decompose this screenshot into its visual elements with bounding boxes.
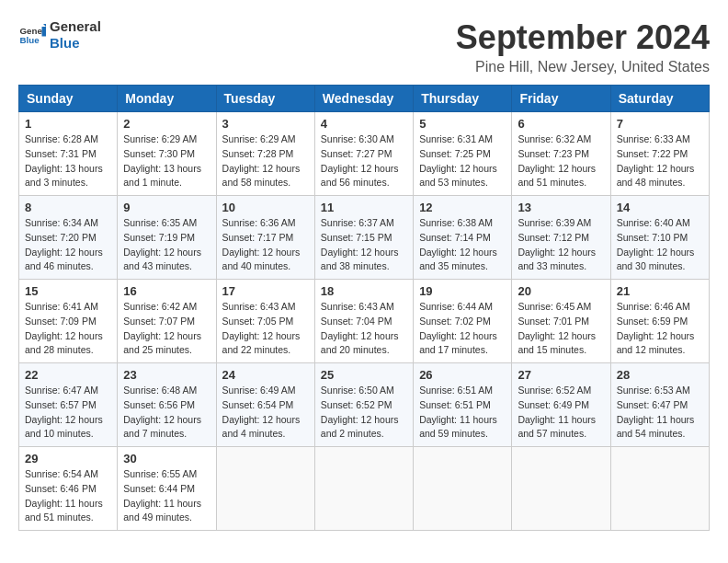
day-info: Sunrise: 6:48 AMSunset: 6:56 PMDaylight:… [123,384,210,442]
day-info: Sunrise: 6:50 AMSunset: 6:52 PMDaylight:… [321,384,407,442]
weekday-header-tuesday: Tuesday [216,86,314,112]
day-number: 27 [518,368,604,382]
day-info: Sunrise: 6:30 AMSunset: 7:27 PMDaylight:… [321,132,407,190]
day-info: Sunrise: 6:39 AMSunset: 7:12 PMDaylight:… [518,216,604,274]
day-number: 9 [123,201,210,214]
day-info: Sunrise: 6:41 AMSunset: 7:09 PMDaylight:… [25,300,111,358]
day-number: 3 [222,117,309,131]
month-title: September 2024 [456,18,710,57]
day-info: Sunrise: 6:40 AMSunset: 7:10 PMDaylight:… [617,216,703,274]
calendar-cell: 9Sunrise: 6:35 AMSunset: 7:19 PMDaylight… [118,196,216,280]
day-number: 7 [617,117,703,131]
day-number: 30 [123,452,210,465]
day-info: Sunrise: 6:52 AMSunset: 6:49 PMDaylight:… [518,384,604,442]
calendar-week-row: 22Sunrise: 6:47 AMSunset: 6:57 PMDayligh… [19,363,710,447]
calendar-week-row: 8Sunrise: 6:34 AMSunset: 7:20 PMDaylight… [19,196,710,280]
calendar-cell: 14Sunrise: 6:40 AMSunset: 7:10 PMDayligh… [610,196,709,280]
day-info: Sunrise: 6:43 AMSunset: 7:05 PMDaylight:… [222,300,309,358]
day-info: Sunrise: 6:36 AMSunset: 7:17 PMDaylight:… [222,216,309,274]
weekday-header-saturday: Saturday [610,86,709,112]
calendar-cell: 21Sunrise: 6:46 AMSunset: 6:59 PMDayligh… [610,280,709,363]
day-info: Sunrise: 6:29 AMSunset: 7:30 PMDaylight:… [123,132,210,190]
day-number: 18 [321,284,407,298]
calendar-cell: 4Sunrise: 6:30 AMSunset: 7:27 PMDaylight… [314,112,413,196]
calendar-cell: 12Sunrise: 6:38 AMSunset: 7:14 PMDayligh… [414,196,512,280]
calendar-cell: 18Sunrise: 6:43 AMSunset: 7:04 PMDayligh… [314,280,413,363]
day-number: 15 [25,284,111,298]
day-info: Sunrise: 6:46 AMSunset: 6:59 PMDaylight:… [617,300,703,358]
day-info: Sunrise: 6:45 AMSunset: 7:01 PMDaylight:… [518,300,604,358]
calendar-cell: 13Sunrise: 6:39 AMSunset: 7:12 PMDayligh… [512,196,610,280]
calendar-cell: 2Sunrise: 6:29 AMSunset: 7:30 PMDaylight… [118,112,216,196]
calendar-cell: 6Sunrise: 6:32 AMSunset: 7:23 PMDaylight… [512,112,610,196]
calendar-week-row: 29Sunrise: 6:54 AMSunset: 6:46 PMDayligh… [19,447,710,531]
day-info: Sunrise: 6:47 AMSunset: 6:57 PMDaylight:… [25,384,111,442]
location: Pine Hill, New Jersey, United States [456,59,710,75]
day-number: 16 [123,284,210,298]
calendar-cell: 26Sunrise: 6:51 AMSunset: 6:51 PMDayligh… [414,363,512,447]
calendar-cell: 1Sunrise: 6:28 AMSunset: 7:31 PMDaylight… [19,112,118,196]
calendar-cell [414,447,512,531]
day-info: Sunrise: 6:28 AMSunset: 7:31 PMDaylight:… [25,132,111,190]
day-number: 20 [518,284,604,298]
day-info: Sunrise: 6:31 AMSunset: 7:25 PMDaylight:… [419,132,506,190]
page-header: General Blue General Blue September 2024… [18,18,710,75]
calendar-cell [216,447,314,531]
day-info: Sunrise: 6:33 AMSunset: 7:22 PMDaylight:… [617,132,703,190]
calendar-week-row: 1Sunrise: 6:28 AMSunset: 7:31 PMDaylight… [19,112,710,196]
calendar-cell: 24Sunrise: 6:49 AMSunset: 6:54 PMDayligh… [216,363,314,447]
weekday-header-wednesday: Wednesday [314,86,413,112]
calendar-cell: 16Sunrise: 6:42 AMSunset: 7:07 PMDayligh… [118,280,216,363]
calendar-cell: 8Sunrise: 6:34 AMSunset: 7:20 PMDaylight… [19,196,118,280]
day-number: 23 [123,368,210,382]
day-number: 11 [321,201,407,214]
calendar-cell: 27Sunrise: 6:52 AMSunset: 6:49 PMDayligh… [512,363,610,447]
weekday-header-friday: Friday [512,86,610,112]
calendar-cell: 3Sunrise: 6:29 AMSunset: 7:28 PMDaylight… [216,112,314,196]
day-number: 2 [123,117,210,131]
calendar-cell [314,447,413,531]
calendar-cell: 23Sunrise: 6:48 AMSunset: 6:56 PMDayligh… [118,363,216,447]
day-info: Sunrise: 6:32 AMSunset: 7:23 PMDaylight:… [518,132,604,190]
logo: General Blue General Blue [18,18,101,52]
day-number: 26 [419,368,506,382]
day-number: 6 [518,117,604,131]
day-number: 24 [222,368,309,382]
calendar-cell: 11Sunrise: 6:37 AMSunset: 7:15 PMDayligh… [314,196,413,280]
day-number: 1 [25,117,111,131]
day-info: Sunrise: 6:37 AMSunset: 7:15 PMDaylight:… [321,216,407,274]
day-info: Sunrise: 6:54 AMSunset: 6:46 PMDaylight:… [25,467,111,525]
calendar-cell: 25Sunrise: 6:50 AMSunset: 6:52 PMDayligh… [314,363,413,447]
calendar-cell [610,447,709,531]
day-number: 29 [25,452,111,465]
weekday-header-sunday: Sunday [19,86,118,112]
day-number: 5 [419,117,506,131]
day-info: Sunrise: 6:44 AMSunset: 7:02 PMDaylight:… [419,300,506,358]
day-info: Sunrise: 6:49 AMSunset: 6:54 PMDaylight:… [222,384,309,442]
weekday-header-monday: Monday [118,86,216,112]
calendar-cell: 19Sunrise: 6:44 AMSunset: 7:02 PMDayligh… [414,280,512,363]
calendar-cell: 30Sunrise: 6:55 AMSunset: 6:44 PMDayligh… [118,447,216,531]
logo-icon: General Blue [18,21,46,49]
calendar-week-row: 15Sunrise: 6:41 AMSunset: 7:09 PMDayligh… [19,280,710,363]
day-number: 12 [419,201,506,214]
calendar-table: SundayMondayTuesdayWednesdayThursdayFrid… [18,85,710,531]
day-number: 22 [25,368,111,382]
calendar-cell: 28Sunrise: 6:53 AMSunset: 6:47 PMDayligh… [610,363,709,447]
calendar-cell: 29Sunrise: 6:54 AMSunset: 6:46 PMDayligh… [19,447,118,531]
day-number: 19 [419,284,506,298]
calendar-cell: 22Sunrise: 6:47 AMSunset: 6:57 PMDayligh… [19,363,118,447]
day-number: 8 [25,201,111,214]
calendar-cell [512,447,610,531]
calendar-cell: 20Sunrise: 6:45 AMSunset: 7:01 PMDayligh… [512,280,610,363]
day-info: Sunrise: 6:53 AMSunset: 6:47 PMDaylight:… [617,384,703,442]
calendar-cell: 10Sunrise: 6:36 AMSunset: 7:17 PMDayligh… [216,196,314,280]
day-number: 4 [321,117,407,131]
day-info: Sunrise: 6:35 AMSunset: 7:19 PMDaylight:… [123,216,210,274]
day-number: 10 [222,201,309,214]
day-info: Sunrise: 6:55 AMSunset: 6:44 PMDaylight:… [123,467,210,525]
calendar-cell: 5Sunrise: 6:31 AMSunset: 7:25 PMDaylight… [414,112,512,196]
calendar-cell: 7Sunrise: 6:33 AMSunset: 7:22 PMDaylight… [610,112,709,196]
day-info: Sunrise: 6:38 AMSunset: 7:14 PMDaylight:… [419,216,506,274]
day-number: 17 [222,284,309,298]
